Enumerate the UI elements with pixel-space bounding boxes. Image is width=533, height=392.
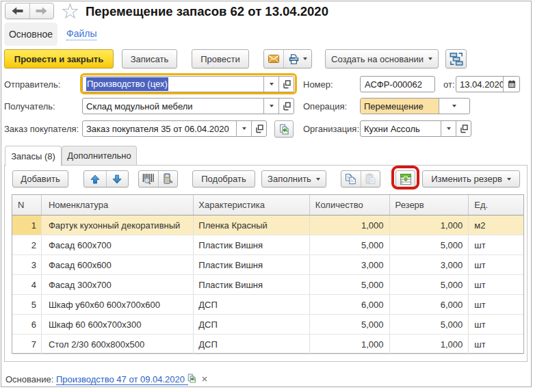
table-row[interactable]: 3 Фасад 600х600 Пластик Вишня 3,000 3,00… bbox=[12, 255, 523, 275]
customer-order-field[interactable]: Заказ покупателя 35 от 06.04.2020 bbox=[82, 120, 267, 137]
cell-quantity[interactable]: 3,000 bbox=[310, 255, 390, 274]
organization-field[interactable]: Кухни Ассоль bbox=[360, 120, 471, 137]
change-reserve-button[interactable]: Изменить резерв bbox=[422, 170, 520, 187]
cell-nomenclature[interactable]: Фасад 600х700 bbox=[42, 235, 194, 254]
header-characteristic[interactable]: Характеристика bbox=[194, 195, 310, 215]
cell-unit[interactable]: шт bbox=[469, 275, 523, 294]
header-quantity[interactable]: Количество bbox=[310, 195, 390, 215]
cell-quantity[interactable]: 1,000 bbox=[310, 215, 390, 235]
receiver-choose-button[interactable] bbox=[278, 99, 294, 114]
table-row[interactable]: 4 Фасад 300х700 Пластик Вишня 5,000 5,00… bbox=[12, 275, 523, 295]
basis-clear-button[interactable] bbox=[202, 374, 207, 384]
cell-characteristic[interactable]: Пластик Вишня bbox=[194, 235, 310, 254]
cell-reserve[interactable]: 1,000 bbox=[390, 215, 469, 235]
cell-quantity[interactable]: 5,000 bbox=[310, 235, 390, 254]
cell-unit[interactable]: шт bbox=[469, 315, 523, 334]
organization-choose-button[interactable] bbox=[456, 121, 471, 136]
cell-nomenclature[interactable]: Шкаф 60 600х700х300 bbox=[42, 315, 194, 334]
cell-unit[interactable]: м2 bbox=[469, 215, 523, 235]
add-row-button[interactable]: Добавить bbox=[12, 170, 68, 187]
terminal-button[interactable] bbox=[158, 171, 178, 187]
header-unit[interactable]: Ед. bbox=[469, 195, 523, 215]
customer-order-choose-button[interactable] bbox=[251, 121, 266, 136]
sender-choose-button[interactable] bbox=[278, 77, 294, 92]
save-button[interactable]: Записать bbox=[122, 49, 177, 68]
customer-order-dropdown-button[interactable] bbox=[236, 121, 251, 136]
receiver-dropdown-button[interactable] bbox=[263, 99, 278, 114]
organization-dropdown-button[interactable] bbox=[441, 121, 456, 136]
cell-unit[interactable]: шт bbox=[469, 335, 523, 354]
tab-main[interactable]: Основное bbox=[4, 23, 57, 46]
cell-characteristic[interactable]: ДСП bbox=[194, 295, 310, 314]
cell-characteristic[interactable]: ДСП bbox=[194, 315, 310, 334]
sender-field[interactable]: Производство (цех) bbox=[82, 76, 294, 92]
cell-reserve[interactable]: 6,000 bbox=[390, 295, 469, 314]
basis-open-button[interactable] bbox=[187, 374, 196, 385]
cell-n[interactable]: 6 bbox=[12, 315, 42, 334]
header-n[interactable]: N bbox=[12, 195, 42, 215]
favorite-star-icon[interactable] bbox=[62, 3, 78, 18]
basis-link[interactable]: Производство 47 от 09.04.2020 bbox=[56, 374, 188, 385]
cell-reserve[interactable]: 3,000 bbox=[390, 255, 469, 274]
fill-button[interactable]: Заполнить bbox=[261, 170, 326, 187]
barcode-search-button[interactable] bbox=[139, 171, 158, 187]
cell-nomenclature[interactable]: Стол 2/30 600х800х500 bbox=[42, 335, 194, 354]
table-row[interactable]: 5 Шкаф у60х60 600х700х600 ДСП 6,000 6,00… bbox=[12, 295, 523, 315]
cell-nomenclature[interactable]: Фартук кухонный декоративный bbox=[42, 215, 194, 235]
back-button[interactable] bbox=[5, 3, 29, 18]
operation-dropdown-button[interactable] bbox=[439, 99, 469, 114]
cell-nomenclature[interactable]: Фасад 300х700 bbox=[42, 275, 194, 294]
cell-reserve[interactable]: 5,000 bbox=[390, 275, 469, 294]
cell-nomenclature[interactable]: Фасад 600х600 bbox=[42, 255, 194, 274]
cell-reserve[interactable]: 5,000 bbox=[390, 235, 469, 254]
cell-characteristic[interactable]: Пластик Вишня bbox=[194, 255, 310, 274]
cell-unit[interactable]: шт bbox=[469, 235, 523, 254]
pick-button[interactable]: Подобрать bbox=[192, 170, 255, 187]
cell-n[interactable]: 1 bbox=[12, 215, 42, 235]
table-row[interactable]: 1 Фартук кухонный декоративный Пленка Кр… bbox=[12, 215, 523, 235]
move-down-button[interactable] bbox=[106, 171, 129, 187]
cell-reserve[interactable]: 5,000 bbox=[390, 315, 469, 334]
post-button[interactable]: Провести bbox=[192, 49, 249, 68]
structure-button[interactable] bbox=[445, 49, 467, 68]
number-field[interactable]: АСФР-000062 bbox=[360, 76, 435, 92]
cell-n[interactable]: 5 bbox=[12, 295, 42, 314]
tab-stock[interactable]: Запасы (8) bbox=[5, 146, 62, 166]
move-up-button[interactable] bbox=[84, 171, 106, 187]
forward-button[interactable] bbox=[29, 3, 54, 18]
header-reserve[interactable]: Резерв bbox=[390, 195, 469, 215]
date-field[interactable]: 13.04.2020 bbox=[456, 76, 520, 92]
tab-additional[interactable]: Дополнительно bbox=[62, 146, 137, 165]
cell-n[interactable]: 2 bbox=[12, 235, 42, 254]
cell-quantity[interactable]: 6,000 bbox=[310, 295, 390, 314]
open-order-button[interactable] bbox=[274, 120, 294, 138]
cell-characteristic[interactable]: Пленка Красный bbox=[194, 215, 310, 235]
tab-files[interactable]: Файлы bbox=[66, 28, 96, 40]
table-row[interactable]: 2 Фасад 600х700 Пластик Вишня 5,000 5,00… bbox=[12, 235, 523, 255]
cell-nomenclature[interactable]: Шкаф у60х60 600х700х600 bbox=[42, 295, 194, 314]
post-and-close-button[interactable]: Провести и закрыть bbox=[4, 49, 114, 68]
mail-button[interactable] bbox=[264, 50, 283, 68]
create-based-on-button[interactable]: Создать на основании bbox=[325, 49, 439, 68]
print-button[interactable] bbox=[283, 50, 311, 68]
table-row[interactable]: 6 Шкаф 60 600х700х300 ДСП 5,000 5,000 шт bbox=[12, 315, 523, 335]
cell-reserve[interactable]: 1,000 bbox=[390, 335, 469, 354]
paste-button[interactable] bbox=[361, 171, 380, 187]
cell-n[interactable]: 3 bbox=[12, 255, 42, 274]
cell-quantity[interactable]: 1,000 bbox=[310, 335, 390, 354]
header-nomenclature[interactable]: Номенклатура bbox=[42, 195, 194, 215]
sender-dropdown-button[interactable] bbox=[263, 77, 278, 92]
cell-quantity[interactable]: 5,000 bbox=[310, 315, 390, 334]
cell-unit[interactable]: шт bbox=[469, 295, 523, 314]
calendar-button[interactable] bbox=[503, 77, 519, 92]
cell-quantity[interactable]: 5,000 bbox=[310, 275, 390, 294]
receiver-field[interactable]: Склад модульной мебели bbox=[82, 98, 294, 114]
operation-field[interactable]: Перемещение bbox=[360, 98, 470, 114]
cell-n[interactable]: 7 bbox=[12, 335, 42, 354]
cell-characteristic[interactable]: Пластик Вишня bbox=[194, 275, 310, 294]
table-row[interactable]: 7 Стол 2/30 600х800х500 ДСП 1,000 1,000 … bbox=[12, 335, 523, 354]
copy-button[interactable] bbox=[341, 171, 361, 187]
cell-n[interactable]: 4 bbox=[12, 275, 42, 294]
cell-unit[interactable]: шт bbox=[469, 255, 523, 274]
cell-characteristic[interactable]: ДСП bbox=[194, 335, 310, 354]
